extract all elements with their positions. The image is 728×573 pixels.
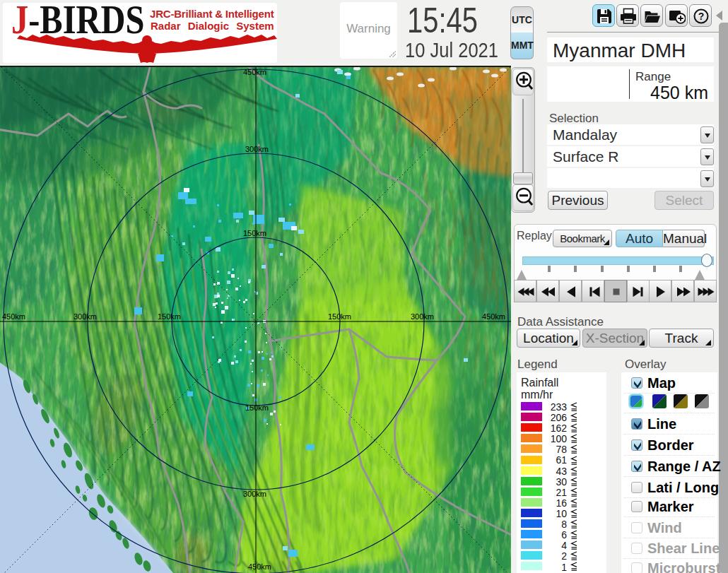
svg-text:450km: 450km: [243, 68, 266, 76]
svg-text:150km: 150km: [245, 403, 269, 412]
svg-text:450km: 450km: [482, 312, 505, 321]
svg-text:?: ?: [698, 11, 705, 22]
svg-text:450km: 450km: [248, 562, 271, 571]
svg-text:300km: 300km: [411, 312, 434, 321]
svg-text:300km: 300km: [245, 145, 269, 153]
svg-text:300km: 300km: [243, 490, 266, 498]
svg-text:450km: 450km: [2, 312, 25, 321]
svg-text:150km: 150km: [243, 229, 266, 237]
svg-text:150km: 150km: [158, 312, 181, 321]
svg-text:300km: 300km: [74, 312, 97, 321]
svg-text:150km: 150km: [328, 312, 351, 321]
